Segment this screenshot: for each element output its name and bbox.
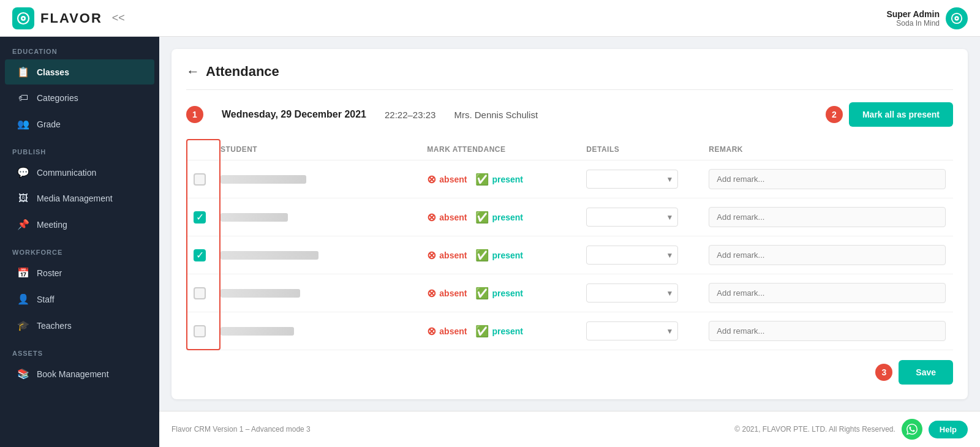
col-student: STUDENT — [213, 139, 420, 160]
present-label-3: present — [492, 250, 523, 260]
details-select-1[interactable] — [586, 170, 678, 189]
back-button[interactable]: ← — [186, 64, 200, 80]
student-name-cell-4 — [213, 274, 420, 312]
present-icon-3: ✅ — [475, 249, 489, 262]
sidebar-item-roster[interactable]: 📅 Roster — [5, 260, 154, 285]
details-select-4[interactable] — [586, 284, 678, 302]
sidebar-item-teachers[interactable]: 🎓 Teachers — [5, 313, 154, 338]
remark-input-1[interactable] — [709, 169, 946, 189]
svg-point-5 — [956, 17, 958, 19]
absent-button-5[interactable]: ⊗ absent — [427, 325, 467, 338]
student-name-cell-1 — [213, 160, 420, 198]
absent-button-4[interactable]: ⊗ absent — [427, 287, 467, 300]
avatar — [946, 7, 968, 29]
sidebar-item-categories[interactable]: 🏷 Categories — [5, 86, 154, 110]
absent-label-5: absent — [439, 326, 467, 336]
page-title: Attendance — [206, 64, 279, 80]
details-cell-5[interactable]: ▼ — [579, 312, 701, 350]
content-area: ← Attendance 1 Wednesday, 29 December 20… — [159, 37, 980, 447]
version-text: Flavor CRM Version 1 – Advanced mode 3 — [172, 425, 311, 434]
absent-icon-1: ⊗ — [427, 173, 436, 186]
details-select-wrapper-3[interactable]: ▼ — [586, 246, 678, 265]
footer: Flavor CRM Version 1 – Advanced mode 3 ©… — [159, 411, 980, 447]
media-icon: 🖼 — [17, 193, 29, 204]
details-select-wrapper-1[interactable]: ▼ — [586, 170, 678, 189]
sidebar-section-education: EDUCATION — [0, 37, 159, 59]
table-row: ⊗ absent ✅ present — [186, 274, 953, 312]
absent-button-3[interactable]: ⊗ absent — [427, 249, 467, 262]
top-header: FLAVOR << Super Admin Soda In Mind — [0, 0, 980, 37]
present-button-4[interactable]: ✅ present — [475, 287, 523, 300]
student-checkbox-3[interactable]: ✓ — [194, 249, 206, 261]
whatsapp-button[interactable] — [902, 419, 922, 440]
present-button-5[interactable]: ✅ present — [475, 325, 523, 338]
checkbox-cell-1[interactable] — [186, 160, 213, 198]
step-badge-1: 1 — [186, 106, 203, 123]
details-cell-1[interactable]: ▼ — [579, 160, 701, 198]
sidebar-item-meeting[interactable]: 📌 Meeting — [5, 212, 154, 237]
present-label-2: present — [492, 212, 523, 222]
remark-cell-4[interactable] — [701, 274, 953, 312]
remark-cell-1[interactable] — [701, 160, 953, 198]
sidebar-item-label: Grade — [37, 119, 61, 129]
student-checkbox-4[interactable] — [194, 287, 206, 299]
checkbox-cell-4[interactable] — [186, 274, 213, 312]
details-select-wrapper-4[interactable]: ▼ — [586, 284, 678, 302]
sidebar-section-assets: ASSETS — [0, 339, 159, 361]
remark-input-4[interactable] — [709, 283, 946, 303]
student-checkbox-2[interactable]: ✓ — [194, 211, 206, 224]
mark-all-button[interactable]: Mark all as present — [849, 102, 953, 127]
attendance-buttons-4: ⊗ absent ✅ present — [427, 287, 571, 300]
present-button-3[interactable]: ✅ present — [475, 249, 523, 262]
col-mark-attendance: MARK ATTENDANCE — [420, 139, 579, 160]
help-button[interactable]: Help — [929, 421, 968, 438]
col-remark: REMARK — [701, 139, 953, 160]
sidebar-item-media-management[interactable]: 🖼 Media Management — [5, 186, 154, 211]
details-select-2[interactable] — [586, 208, 678, 227]
checkbox-cell-2[interactable]: ✓ — [186, 198, 213, 236]
details-select-3[interactable] — [586, 246, 678, 265]
student-checkbox-5[interactable] — [194, 325, 206, 337]
remark-cell-3[interactable] — [701, 236, 953, 274]
details-cell-3[interactable]: ▼ — [579, 236, 701, 274]
user-area: Super Admin Soda In Mind — [886, 7, 968, 29]
remark-input-3[interactable] — [709, 245, 946, 265]
absent-button-2[interactable]: ⊗ absent — [427, 211, 467, 224]
details-select-wrapper-5[interactable]: ▼ — [586, 321, 678, 340]
sidebar-item-classes[interactable]: 📋 Classes — [5, 59, 154, 85]
absent-button-1[interactable]: ⊗ absent — [427, 173, 467, 186]
present-button-1[interactable]: ✅ present — [475, 173, 523, 186]
sidebar: EDUCATION 📋 Classes 🏷 Categories 👥 Grade… — [0, 37, 159, 447]
col-checkbox — [186, 139, 213, 160]
sidebar-item-label: Meeting — [37, 220, 67, 230]
sidebar-item-label: Classes — [37, 67, 69, 77]
mark-attendance-cell-2: ⊗ absent ✅ present — [420, 198, 579, 236]
details-cell-4[interactable]: ▼ — [579, 274, 701, 312]
present-icon-5: ✅ — [475, 325, 489, 338]
attendance-buttons-1: ⊗ absent ✅ present — [427, 173, 571, 186]
present-label-5: present — [492, 326, 523, 336]
sidebar-item-grade[interactable]: 👥 Grade — [5, 111, 154, 137]
sidebar-item-staff[interactable]: 👤 Staff — [5, 287, 154, 312]
remark-input-2[interactable] — [709, 207, 946, 227]
remark-input-5[interactable] — [709, 321, 946, 341]
sidebar-item-communication[interactable]: 💬 Communication — [5, 160, 154, 185]
collapse-icon[interactable]: << — [112, 12, 125, 24]
remark-cell-5[interactable] — [701, 312, 953, 350]
student-checkbox-1[interactable] — [194, 173, 206, 186]
details-cell-2[interactable]: ▼ — [579, 198, 701, 236]
mark-attendance-cell-5: ⊗ absent ✅ present — [420, 312, 579, 350]
save-button[interactable]: Save — [899, 360, 953, 385]
page-content: ← Attendance 1 Wednesday, 29 December 20… — [159, 37, 980, 411]
checkbox-cell-5[interactable] — [186, 312, 213, 350]
sidebar-item-label: Book Management — [37, 369, 109, 379]
book-icon: 📚 — [17, 368, 29, 380]
present-label-1: present — [492, 175, 523, 184]
checkbox-cell-3[interactable]: ✓ — [186, 236, 213, 274]
remark-cell-2[interactable] — [701, 198, 953, 236]
details-select-5[interactable] — [586, 321, 678, 340]
present-button-2[interactable]: ✅ present — [475, 211, 523, 224]
sidebar-item-book-management[interactable]: 📚 Book Management — [5, 361, 154, 386]
details-select-wrapper-2[interactable]: ▼ — [586, 208, 678, 227]
student-name-blur-4 — [221, 289, 300, 298]
